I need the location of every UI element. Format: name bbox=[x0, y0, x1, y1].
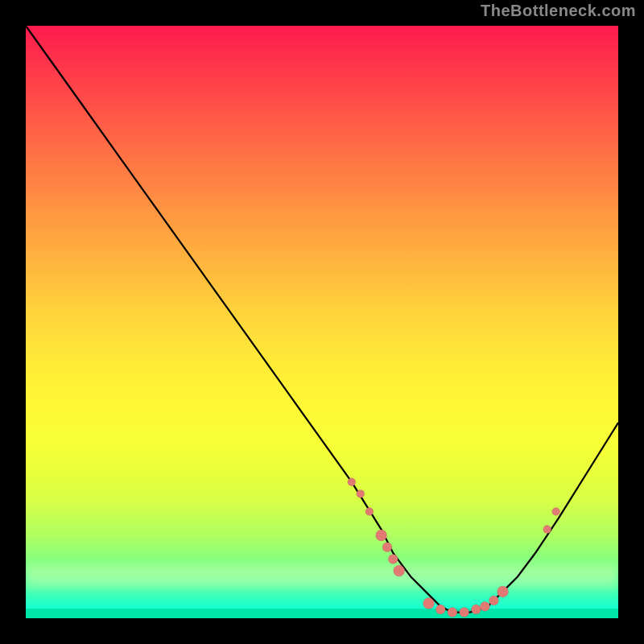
chart-plot-area bbox=[26, 26, 618, 618]
chart-markers-group bbox=[348, 478, 560, 617]
chart-marker-dot bbox=[436, 605, 445, 614]
watermark-text: TheBottleneck.com bbox=[481, 2, 636, 20]
chart-marker-dot bbox=[489, 596, 498, 605]
chart-marker-dot bbox=[382, 543, 392, 552]
chart-svg bbox=[26, 26, 618, 618]
chart-marker-dot bbox=[448, 608, 457, 617]
chart-marker-dot bbox=[552, 508, 560, 516]
chart-marker-dot bbox=[365, 508, 374, 516]
chart-marker-dot bbox=[357, 489, 365, 497]
chart-marker-dot bbox=[348, 478, 356, 486]
chart-marker-dot bbox=[423, 598, 435, 609]
bottleneck-curve-line bbox=[26, 26, 618, 613]
chart-marker-dot bbox=[376, 530, 387, 541]
chart-marker-dot bbox=[394, 565, 405, 576]
chart-marker-dot bbox=[480, 601, 489, 611]
chart-marker-dot bbox=[543, 526, 551, 534]
chart-marker-dot bbox=[388, 554, 398, 564]
chart-marker-dot bbox=[471, 605, 481, 614]
chart-marker-dot bbox=[460, 608, 469, 617]
chart-marker-dot bbox=[497, 586, 509, 597]
